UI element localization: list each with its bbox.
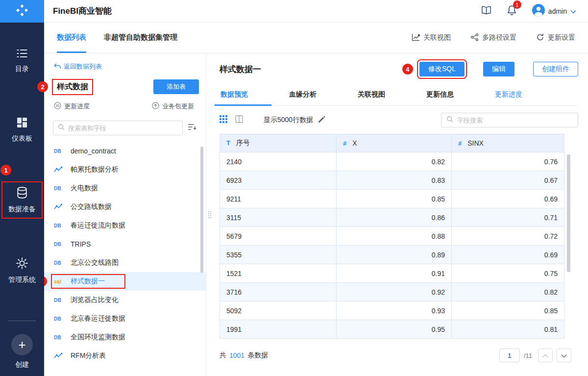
plus-icon: + (11, 334, 33, 355)
list-item[interactable]: DBTRIPS (44, 235, 206, 253)
sidebar-create-button[interactable]: + 创建 (11, 334, 33, 369)
nav-row: 数据列表 非超管自助数据集管理 关联视图 多路径设置 (44, 23, 588, 53)
table-row: 50920.930.85 (220, 301, 564, 320)
list-item[interactable]: DB火电数据 (44, 179, 206, 198)
table-row: 69230.830.67 (220, 171, 564, 190)
db-badge: DB (54, 335, 66, 340)
table-search-box[interactable] (53, 121, 183, 135)
chevron-down-icon (561, 351, 567, 360)
table-cell: 6923 (220, 171, 337, 190)
update-progress-link[interactable]: 更新进度 (54, 102, 90, 111)
table-cell: 0.93 (337, 301, 452, 320)
column-header[interactable]: T序号 (220, 134, 337, 152)
list-item-label: 北京公交线路图 (71, 258, 119, 267)
notifications-button[interactable]: 1 (507, 5, 516, 17)
panel-scrollbar[interactable] (200, 147, 203, 273)
content-header: 样式数据一 4 修改SQL 编辑 创建组件 (220, 61, 578, 77)
edit-button[interactable]: 编辑 (483, 62, 514, 76)
nav-tabs: 数据列表 非超管自助数据集管理 (57, 23, 177, 53)
table-cell: 9211 (220, 190, 337, 208)
user-menu[interactable]: admin (532, 4, 576, 19)
sidebar-item-label: 仪表板 (12, 134, 32, 143)
list-item-selected[interactable]: 3 sql 样式数据一 (44, 272, 206, 291)
tab-update-info[interactable]: 更新信息 (425, 85, 455, 105)
column-header[interactable]: #SINX (452, 134, 564, 152)
body-row: 返回数据列表 2 样式数据 添加表 更新进度 (44, 53, 588, 376)
multipath-settings-button[interactable]: 多路径设置 (470, 33, 516, 43)
db-badge: DB (54, 242, 66, 247)
app-root: 目录 仪表板 1 数据准备 管理系统 (0, 0, 588, 376)
sidebar-item-catalog[interactable]: 目录 (12, 47, 32, 75)
list-item[interactable]: 帕累托数据分析 (44, 160, 206, 179)
db-badge: DB (54, 149, 66, 154)
column-label: 序号 (236, 139, 250, 147)
field-search-input[interactable] (457, 117, 573, 124)
progress-icon (54, 102, 61, 111)
sidebar-item-dashboard[interactable]: 仪表板 (9, 116, 35, 144)
field-search-box[interactable] (441, 113, 578, 127)
row-limit-label: 显示5000行数据 (264, 116, 313, 125)
edit-row-limit-button[interactable] (318, 116, 325, 125)
table-search-input[interactable] (68, 125, 178, 132)
next-page-button[interactable] (557, 349, 571, 362)
main-column: FineBI商业智能 1 admin (44, 0, 588, 376)
list-item[interactable]: RFM分析表 (44, 347, 206, 365)
tab-update-progress[interactable]: 更新进度 (494, 85, 523, 105)
search-icon (58, 124, 65, 132)
step-badge-3: 3 (44, 276, 47, 287)
back-to-data-list-link[interactable]: 返回数据列表 (44, 61, 206, 72)
package-update-label: 业务包更新 (162, 102, 194, 111)
list-item[interactable]: DBdemo_contract (44, 142, 206, 160)
previous-page-button[interactable] (538, 349, 553, 362)
database-icon (16, 186, 28, 201)
list-item[interactable]: DB北京公交线路图 (44, 253, 206, 272)
finebi-logo[interactable] (0, 0, 44, 23)
page-number-input[interactable] (499, 349, 520, 362)
related-view-button[interactable]: 关联视图 (412, 33, 451, 43)
package-header: 2 样式数据 添加表 (44, 79, 206, 95)
list-item-label: 帕累托数据分析 (71, 165, 119, 174)
update-row: 更新进度 业务包更新 (44, 100, 206, 112)
column-header[interactable]: #X (337, 134, 452, 152)
package-update-link[interactable]: 业务包更新 (152, 102, 194, 111)
avatar (532, 4, 545, 19)
tab-label: 更新信息 (426, 90, 454, 98)
modify-sql-button[interactable]: 4 修改SQL (419, 62, 465, 76)
tab-related-view[interactable]: 关联视图 (357, 85, 386, 105)
filter-sort-button[interactable] (188, 123, 197, 133)
notification-badge: 1 (513, 0, 521, 9)
table-row: 15210.910.75 (220, 264, 564, 283)
tab-data-preview[interactable]: 数据预览 (220, 85, 249, 105)
add-table-button[interactable]: 添加表 (153, 79, 199, 94)
column-view-button[interactable] (235, 115, 243, 125)
update-settings-button[interactable]: 更新设置 (536, 33, 575, 43)
create-label: 创建 (15, 360, 29, 369)
list-item[interactable]: DB春运迁徙流向数据 (44, 216, 206, 235)
table-cell: 0.67 (452, 171, 564, 190)
tab-data-list[interactable]: 数据列表 (57, 23, 86, 53)
sidebar-item-label: 目录 (15, 65, 29, 74)
list-item[interactable]: DB浏览器占比变化 (44, 291, 206, 309)
pagination: /11 (499, 349, 571, 362)
list-item[interactable]: DB北京春运迁徙数据 (44, 309, 206, 328)
grid-view-button[interactable] (220, 115, 227, 125)
sidebar-item-admin-system[interactable]: 管理系统 (5, 256, 39, 285)
table-cell: 3115 (220, 208, 337, 227)
list-item[interactable]: DB全国环境监测数据 (44, 328, 206, 347)
content-toolbar: 显示5000行数据 (220, 112, 578, 128)
db-badge: DB (54, 186, 66, 191)
create-component-button[interactable]: 创建组件 (533, 62, 578, 76)
sidebar-bottom: + 创建 (0, 321, 44, 376)
help-book-button[interactable] (481, 6, 491, 17)
list-item[interactable]: 公交路线数据 (44, 198, 206, 216)
table-scrollbar[interactable] (567, 154, 570, 272)
table-cell: 0.95 (337, 320, 452, 339)
data-table: T序号 #X #SINX 21400.820.76 69230.830.67 9… (220, 134, 564, 339)
sidebar-item-data-preparation[interactable]: 1 数据准备 (5, 185, 39, 215)
total-count: 1001 (229, 351, 245, 359)
table-footer: 共 1001 条数据 /11 (220, 349, 578, 362)
tab-non-admin-dataset[interactable]: 非超管自助数据集管理 (104, 23, 177, 53)
table-cell: 5679 (220, 227, 337, 246)
panel-resize-divider[interactable] (206, 53, 213, 376)
tab-lineage-analysis[interactable]: 血缘分析 (288, 85, 318, 105)
